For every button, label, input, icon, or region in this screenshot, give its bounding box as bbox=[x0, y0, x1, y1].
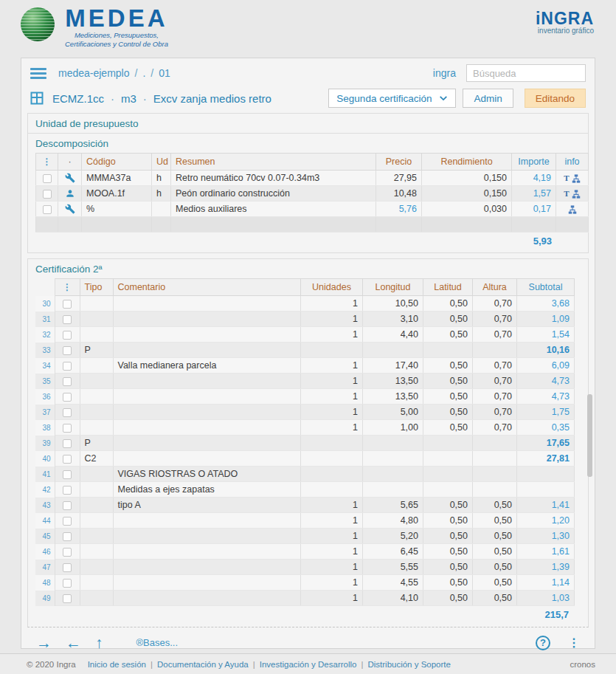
latitud-cell[interactable]: 0,50 bbox=[423, 513, 473, 529]
unidades-cell[interactable]: 1 bbox=[301, 420, 363, 436]
codigo-cell[interactable]: MMMA37a bbox=[82, 171, 152, 186]
altura-cell[interactable]: 0,50 bbox=[473, 498, 517, 513]
longitud-cell[interactable] bbox=[363, 436, 423, 451]
breadcrumb-dot[interactable]: . bbox=[142, 67, 145, 79]
unidades-cell[interactable]: 1 bbox=[301, 312, 363, 327]
latitud-cell[interactable]: 0,50 bbox=[423, 575, 473, 591]
tipo-cell[interactable] bbox=[80, 498, 113, 513]
tipo-cell[interactable] bbox=[80, 575, 113, 591]
comentario-cell[interactable]: Valla medianera parcela bbox=[113, 358, 301, 374]
unidades-cell[interactable] bbox=[301, 436, 363, 451]
comentario-cell[interactable]: Medidas a ejes zapatas bbox=[113, 482, 301, 498]
tipo-cell[interactable] bbox=[80, 296, 113, 312]
ud-cell[interactable] bbox=[152, 202, 171, 217]
longitud-cell[interactable]: 5,55 bbox=[363, 560, 423, 575]
unidades-cell[interactable]: 1 bbox=[301, 544, 363, 560]
altura-cell[interactable]: 0,70 bbox=[473, 405, 517, 420]
comentario-cell[interactable] bbox=[113, 560, 301, 575]
longitud-cell[interactable]: 4,55 bbox=[363, 575, 423, 591]
unidades-cell[interactable]: 1 bbox=[301, 296, 363, 312]
altura-cell[interactable] bbox=[473, 343, 517, 358]
altura-cell[interactable]: 0,50 bbox=[473, 575, 517, 591]
comentario-cell[interactable] bbox=[113, 327, 301, 343]
unidades-cell[interactable]: 1 bbox=[301, 389, 363, 405]
unidades-cell[interactable]: 1 bbox=[301, 575, 363, 591]
altura-cell[interactable]: 0,70 bbox=[473, 374, 517, 389]
row-checkbox[interactable] bbox=[63, 579, 72, 588]
rendimiento-cell[interactable]: 0,150 bbox=[422, 186, 512, 202]
resumen-cell[interactable]: Retro neumático 70cv 0.07-0.34m3 bbox=[171, 171, 376, 186]
latitud-cell[interactable]: 0,50 bbox=[423, 296, 473, 312]
latitud-cell[interactable] bbox=[423, 343, 473, 358]
column-menu-icon[interactable]: ⋮ bbox=[43, 157, 52, 167]
latitud-cell[interactable]: 0,50 bbox=[423, 312, 473, 327]
longitud-cell[interactable]: 4,80 bbox=[363, 513, 423, 529]
comentario-cell[interactable] bbox=[113, 389, 301, 405]
row-checkbox[interactable] bbox=[63, 424, 72, 433]
precio-cell[interactable]: 27,95 bbox=[376, 171, 422, 186]
comentario-cell[interactable] bbox=[113, 513, 301, 529]
altura-cell[interactable] bbox=[473, 482, 517, 498]
altura-cell[interactable]: 0,70 bbox=[473, 358, 517, 374]
search-input[interactable] bbox=[466, 64, 586, 82]
altura-cell[interactable] bbox=[473, 436, 517, 451]
latitud-cell[interactable] bbox=[423, 467, 473, 482]
admin-button[interactable]: Admin bbox=[463, 89, 513, 108]
latitud-cell[interactable]: 0,50 bbox=[423, 389, 473, 405]
comentario-cell[interactable] bbox=[113, 575, 301, 591]
row-checkbox[interactable] bbox=[63, 455, 72, 464]
tipo-cell[interactable] bbox=[80, 591, 113, 606]
unidades-cell[interactable]: 1 bbox=[301, 513, 363, 529]
row-checkbox[interactable] bbox=[63, 362, 72, 371]
tipo-cell[interactable] bbox=[80, 467, 113, 482]
longitud-cell[interactable]: 17,40 bbox=[363, 358, 423, 374]
tipo-cell[interactable] bbox=[80, 513, 113, 529]
latitud-cell[interactable]: 0,50 bbox=[423, 358, 473, 374]
resumen-cell[interactable]: Peón ordinario construcción bbox=[171, 186, 376, 202]
precio-cell[interactable]: 5,76 bbox=[376, 202, 422, 217]
altura-cell[interactable] bbox=[473, 467, 517, 482]
tipo-cell[interactable] bbox=[80, 529, 113, 544]
tipo-cell[interactable] bbox=[80, 327, 113, 343]
user-link[interactable]: ingra bbox=[433, 67, 456, 79]
codigo-cell[interactable]: % bbox=[82, 202, 152, 217]
ingra-logo[interactable]: iNGRA inventario gráfico bbox=[536, 6, 594, 58]
tree-info-icon[interactable] bbox=[572, 190, 581, 199]
unidades-cell[interactable]: 1 bbox=[301, 405, 363, 420]
row-checkbox[interactable] bbox=[63, 563, 72, 572]
row-checkbox[interactable] bbox=[63, 315, 72, 324]
altura-cell[interactable]: 0,50 bbox=[473, 560, 517, 575]
footer-link-login[interactable]: Inicio de sesión bbox=[88, 660, 146, 669]
unidades-cell[interactable]: 1 bbox=[301, 358, 363, 374]
tipo-cell[interactable] bbox=[80, 544, 113, 560]
longitud-cell[interactable] bbox=[363, 467, 423, 482]
tipo-cell[interactable] bbox=[80, 405, 113, 420]
back-arrow-icon[interactable]: ← bbox=[66, 635, 81, 650]
comentario-cell[interactable] bbox=[113, 374, 301, 389]
row-checkbox[interactable] bbox=[63, 548, 72, 557]
row-checkbox[interactable] bbox=[63, 532, 72, 541]
latitud-cell[interactable]: 0,50 bbox=[423, 327, 473, 343]
latitud-cell[interactable]: 0,50 bbox=[423, 405, 473, 420]
ud-cell[interactable]: h bbox=[152, 171, 171, 186]
scrollbar-thumb[interactable] bbox=[587, 394, 592, 477]
longitud-cell[interactable] bbox=[363, 451, 423, 467]
comentario-cell[interactable]: tipo A bbox=[113, 498, 301, 513]
row-checkbox[interactable] bbox=[43, 205, 52, 214]
row-checkbox[interactable] bbox=[63, 501, 72, 510]
up-arrow-icon[interactable]: ↑ bbox=[95, 635, 103, 650]
ud-cell[interactable]: h bbox=[152, 186, 171, 202]
unidades-cell[interactable] bbox=[301, 467, 363, 482]
row-checkbox[interactable] bbox=[63, 393, 72, 402]
precio-cell[interactable]: 10,48 bbox=[376, 186, 422, 202]
altura-cell[interactable]: 0,70 bbox=[473, 327, 517, 343]
unidades-cell[interactable]: 1 bbox=[301, 327, 363, 343]
editing-button[interactable]: Editando bbox=[525, 89, 586, 108]
tipo-cell[interactable] bbox=[80, 482, 113, 498]
row-checkbox[interactable] bbox=[63, 439, 72, 448]
latitud-cell[interactable]: 0,50 bbox=[423, 420, 473, 436]
tree-info-icon[interactable] bbox=[572, 174, 581, 183]
altura-cell[interactable]: 0,50 bbox=[473, 529, 517, 544]
menu-icon[interactable] bbox=[30, 68, 46, 79]
rendimiento-cell[interactable]: 0,150 bbox=[422, 171, 512, 186]
